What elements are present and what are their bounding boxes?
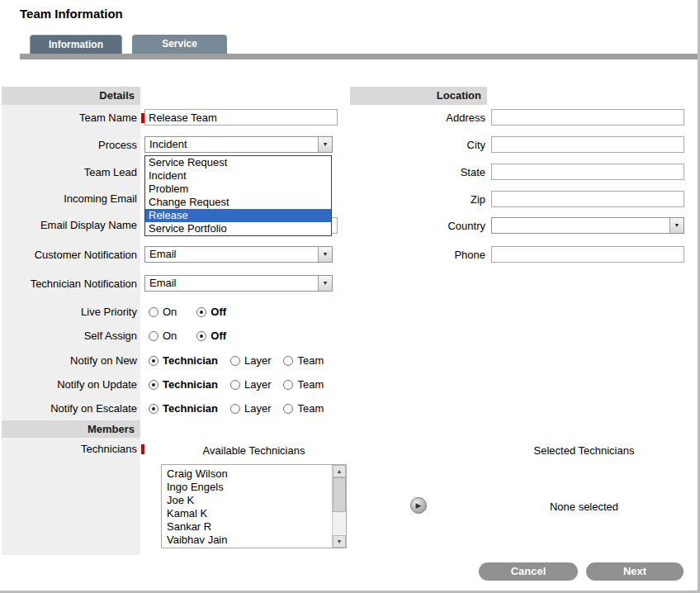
live-priority-on-radio[interactable] (149, 307, 158, 317)
team-lead-label: Team Lead (0, 166, 137, 179)
radio-label: Team (297, 378, 324, 391)
process-select[interactable]: Incident ▼ (144, 136, 333, 153)
radio-label: Technician (163, 378, 218, 391)
location-section-header: Location (350, 87, 487, 105)
process-label: Process (0, 139, 137, 152)
live-priority-radio-group: On Off (149, 306, 246, 318)
live-priority-label: Live Priority (0, 306, 137, 319)
radio-label: On (163, 306, 177, 318)
phone-input[interactable] (491, 246, 684, 263)
technician-notification-value: Email (149, 276, 177, 291)
state-label: State (350, 166, 485, 179)
radio-label: Off (210, 330, 226, 342)
notify-new-team-radio[interactable] (283, 356, 293, 366)
live-priority-off-radio[interactable] (196, 307, 206, 317)
members-section-header: Members (2, 420, 140, 438)
address-label: Address (350, 111, 485, 125)
radio-label: Off (210, 306, 226, 318)
team-name-label: Team Name (0, 111, 137, 125)
state-input[interactable] (491, 164, 684, 180)
notify-escalate-technician-radio[interactable] (149, 404, 158, 414)
notify-on-update-label: Notify on Update (0, 378, 137, 391)
list-item[interactable]: Vaibhav Jain (162, 534, 346, 547)
technicians-label-text: Technicians (81, 443, 137, 455)
scroll-up-icon[interactable]: ▲ (333, 465, 346, 477)
technicians-label: Technicians (0, 443, 137, 456)
country-select[interactable]: ▼ (491, 217, 684, 234)
notify-on-new-radio-group: Technician Layer Team (149, 354, 336, 367)
scrollbar[interactable]: ▲ ▼ (332, 465, 346, 548)
notify-on-update-radio-group: Technician Layer Team (149, 378, 336, 391)
radio-label: Layer (244, 402, 272, 415)
notify-escalate-team-radio[interactable] (283, 404, 293, 414)
list-item[interactable]: Ingo Engels (162, 481, 346, 494)
process-option[interactable]: Service Portfolio (145, 222, 331, 235)
chevron-down-icon[interactable]: ▼ (318, 137, 332, 152)
cancel-button[interactable]: Cancel (479, 562, 578, 581)
city-label: City (350, 139, 485, 152)
scroll-down-icon[interactable]: ▼ (333, 535, 346, 548)
email-display-name-label: Email Display Name (0, 219, 137, 232)
radio-label: Technician (163, 354, 218, 367)
incoming-email-label: Incoming Email (0, 192, 137, 206)
city-input[interactable] (491, 136, 684, 153)
process-select-value: Incident (149, 137, 187, 152)
process-option[interactable]: Change Request (145, 196, 331, 209)
list-item[interactable]: Kamal K (162, 507, 346, 520)
team-name-label-text: Team Name (79, 111, 137, 124)
process-option[interactable]: Problem (145, 183, 331, 196)
customer-notification-label: Customer Notification (0, 249, 137, 262)
selected-technicians-title: Selected Technicians (487, 444, 681, 457)
scrollbar-thumb[interactable] (333, 477, 346, 512)
customer-notification-select[interactable]: Email ▼ (144, 246, 333, 263)
radio-label: Team (297, 354, 324, 367)
zip-label: Zip (350, 193, 485, 206)
self-assign-label: Self Assign (0, 330, 137, 343)
self-assign-on-radio[interactable] (149, 331, 158, 341)
chevron-down-icon[interactable]: ▼ (318, 247, 332, 262)
notify-update-technician-radio[interactable] (149, 380, 158, 390)
tab-service[interactable]: Service (132, 35, 227, 54)
list-item[interactable]: Joe K (162, 494, 346, 507)
technician-notification-label: Technician Notification (0, 278, 137, 291)
details-label-column (2, 105, 140, 420)
available-technicians-list[interactable]: Craig Wilson Ingo Engels Joe K Kamal K S… (161, 464, 347, 548)
team-name-input[interactable] (144, 109, 338, 126)
radio-label: Technician (163, 402, 218, 415)
notify-update-layer-radio[interactable] (230, 380, 240, 390)
customer-notification-value: Email (149, 247, 177, 262)
chevron-down-icon[interactable]: ▼ (669, 218, 683, 233)
process-option[interactable]: Service Request (145, 156, 331, 169)
country-label: Country (350, 220, 485, 233)
chevron-down-icon[interactable]: ▼ (318, 276, 332, 291)
radio-label: On (163, 330, 177, 342)
notify-new-layer-radio[interactable] (230, 356, 240, 366)
page-title: Team Information (20, 7, 123, 21)
tab-band (20, 54, 698, 59)
notify-on-new-label: Notify on New (0, 354, 137, 368)
technician-notification-select[interactable]: Email ▼ (144, 275, 333, 292)
details-section-header: Details (2, 87, 140, 105)
team-information-screen: Team Information Information Service Det… (0, 0, 700, 593)
radio-label: Layer (244, 378, 272, 391)
tab-information[interactable]: Information (30, 35, 122, 54)
radio-label: Layer (244, 354, 272, 367)
notify-update-team-radio[interactable] (283, 380, 293, 390)
notify-escalate-layer-radio[interactable] (230, 404, 240, 414)
notify-on-escalate-label: Notify on Escalate (0, 402, 137, 415)
self-assign-off-radio[interactable] (196, 331, 206, 341)
selected-technicians-empty: None selected (487, 500, 681, 513)
list-item[interactable]: Craig Wilson (162, 467, 346, 481)
list-item[interactable]: Sankar R (162, 520, 346, 534)
zip-input[interactable] (491, 191, 684, 207)
address-input[interactable] (491, 109, 684, 126)
notify-new-technician-radio[interactable] (149, 356, 158, 366)
next-button[interactable]: Next (586, 562, 683, 581)
process-option[interactable]: Incident (145, 169, 331, 183)
move-right-button[interactable]: ▶ (410, 497, 427, 514)
required-icon (141, 444, 144, 454)
radio-label: Team (297, 402, 324, 415)
phone-label: Phone (350, 249, 485, 262)
process-option-highlighted[interactable]: Release (145, 209, 331, 222)
self-assign-radio-group: On Off (149, 330, 246, 342)
